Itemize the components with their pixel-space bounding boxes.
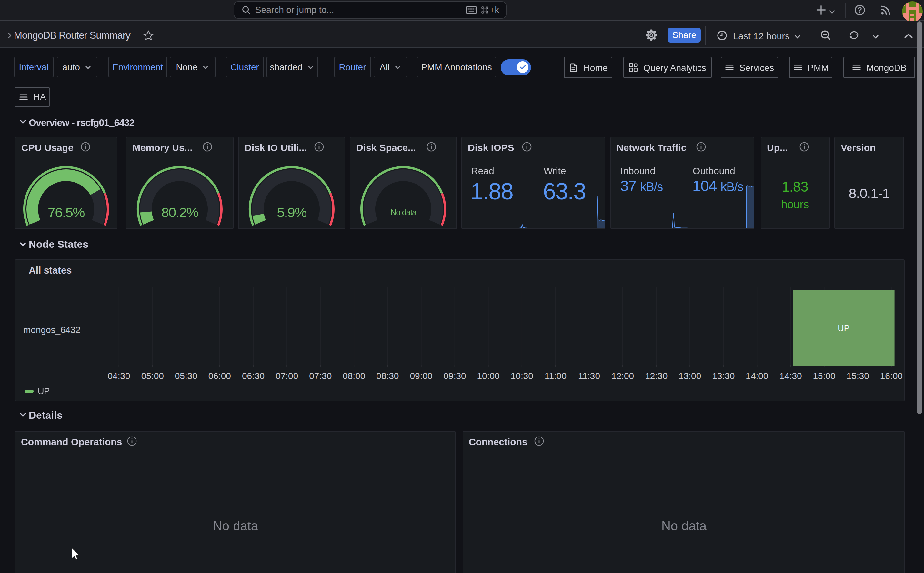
svg-text:05:30: 05:30 xyxy=(175,371,197,381)
svg-text:No data: No data xyxy=(390,207,417,217)
svg-text:13:00: 13:00 xyxy=(678,371,701,381)
svg-text:76.5%: 76.5% xyxy=(48,205,84,220)
svg-text:11:30: 11:30 xyxy=(578,371,600,381)
svg-text:UP: UP xyxy=(837,324,849,333)
svg-text:04:30: 04:30 xyxy=(108,371,130,381)
svg-text:12:00: 12:00 xyxy=(611,371,634,381)
svg-text:10:30: 10:30 xyxy=(510,371,533,381)
svg-text:14:00: 14:00 xyxy=(745,371,768,381)
svg-text:06:00: 06:00 xyxy=(208,371,231,381)
svg-text:08:30: 08:30 xyxy=(376,371,399,381)
svg-text:14:30: 14:30 xyxy=(779,371,802,381)
svg-text:07:30: 07:30 xyxy=(309,371,331,381)
svg-text:08:00: 08:00 xyxy=(342,371,365,381)
svg-text:07:00: 07:00 xyxy=(275,371,298,381)
svg-text:06:30: 06:30 xyxy=(242,371,264,381)
svg-text:09:00: 09:00 xyxy=(410,371,432,381)
svg-text:11:00: 11:00 xyxy=(544,371,566,381)
svg-text:10:00: 10:00 xyxy=(477,371,499,381)
svg-text:15:30: 15:30 xyxy=(846,371,869,381)
svg-text:12:30: 12:30 xyxy=(645,371,667,381)
svg-text:80.2%: 80.2% xyxy=(161,205,198,220)
svg-text:05:00: 05:00 xyxy=(141,371,164,381)
svg-text:16:00: 16:00 xyxy=(880,371,902,381)
svg-text:13:30: 13:30 xyxy=(712,371,734,381)
svg-text:09:30: 09:30 xyxy=(443,371,466,381)
svg-text:5.9%: 5.9% xyxy=(277,205,306,220)
svg-text:15:00: 15:00 xyxy=(813,371,835,381)
